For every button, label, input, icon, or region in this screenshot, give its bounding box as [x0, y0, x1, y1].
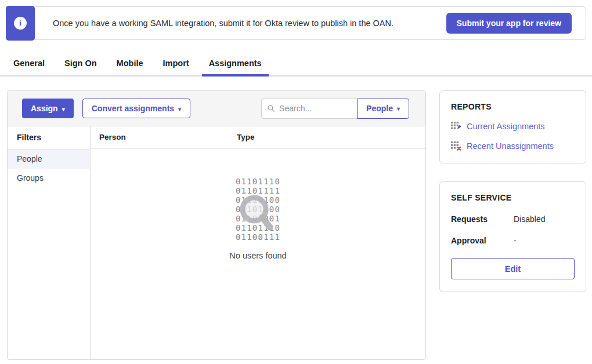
binary-art-line: 01110100 — [91, 195, 425, 205]
reports-title: REPORTS — [451, 102, 575, 111]
empty-state-message: No users found — [91, 251, 425, 260]
binary-art-line: 01101000 — [91, 205, 425, 214]
tab-import[interactable]: Import — [153, 53, 199, 75]
binary-art-line: 01101110 — [91, 177, 425, 186]
column-header-person: Person — [91, 133, 237, 141]
current-assignments-label: Current Assignments — [467, 122, 545, 131]
search-box — [261, 99, 358, 119]
reports-panel: REPORTS Current Assignments — [439, 90, 586, 163]
binary-art-line: 01101001 — [91, 214, 425, 223]
search-input[interactable] — [279, 104, 351, 113]
edit-self-service-button[interactable]: Edit — [451, 258, 575, 279]
filters-title: Filters — [8, 126, 90, 150]
info-banner: i Once you have a working SAML integrati… — [6, 6, 586, 41]
tab-mobile[interactable]: Mobile — [107, 53, 153, 75]
filter-item-groups[interactable]: Groups — [8, 169, 90, 188]
column-header-type: Type — [237, 133, 255, 141]
search-scope-dropdown[interactable]: People▾ — [357, 99, 409, 119]
content-area: Assign▾ Convert assignments▾ People▾ — [7, 90, 586, 360]
self-service-title: SELF SERVICE — [451, 193, 575, 202]
info-icon: i — [14, 17, 27, 30]
assign-button-label: Assign — [31, 104, 58, 113]
tab-sign-on[interactable]: Sign On — [55, 53, 107, 75]
scope-label: People — [366, 104, 393, 113]
requests-value: Disabled — [514, 214, 545, 224]
approval-value: - — [514, 236, 517, 245]
filter-item-people[interactable]: People — [8, 150, 90, 169]
binary-art-line: 01101110 — [91, 223, 425, 232]
submit-app-review-button[interactable]: Submit your app for review — [446, 13, 572, 34]
self-service-panel: SELF SERVICE Requests Disabled Approval … — [439, 181, 586, 292]
filters-sidebar: Filters People Groups — [8, 126, 91, 359]
assign-button[interactable]: Assign▾ — [22, 99, 74, 118]
binary-art-line: 01100111 — [91, 232, 425, 242]
self-service-row: Approval - — [451, 236, 575, 245]
assignments-table: Person Type 01101110 01101111 01110100 0… — [91, 126, 425, 359]
banner-box: Once you have a working SAML integration… — [31, 6, 586, 40]
empty-state: 01101110 01101111 01110100 01101000 0110… — [91, 149, 425, 260]
table-header-row: Person Type — [91, 126, 425, 149]
search-icon — [268, 104, 275, 112]
app-tabs: General Sign On Mobile Import Assignment… — [0, 53, 592, 77]
current-assignments-link[interactable]: Current Assignments — [451, 121, 575, 131]
recent-unassignments-link[interactable]: Recent Unassignments — [451, 141, 575, 151]
assignments-toolbar: Assign▾ Convert assignments▾ People▾ — [8, 91, 425, 126]
banner-message: Once you have a working SAML integration… — [53, 19, 446, 28]
self-service-row: Requests Disabled — [451, 214, 575, 224]
approval-label: Approval — [451, 236, 514, 245]
table-edit-icon — [451, 121, 461, 131]
chevron-down-icon: ▾ — [397, 105, 400, 112]
assignments-body: Filters People Groups Person Type 011011… — [8, 126, 425, 359]
convert-button-label: Convert assignments — [92, 104, 174, 113]
assignments-panel: Assign▾ Convert assignments▾ People▾ — [7, 90, 426, 360]
binary-art-line: 01101111 — [91, 186, 425, 195]
recent-unassignments-label: Recent Unassignments — [467, 141, 554, 151]
side-column: REPORTS Current Assignments — [439, 90, 586, 292]
convert-assignments-button[interactable]: Convert assignments▾ — [82, 99, 190, 118]
table-remove-icon — [451, 141, 461, 151]
info-icon-block: i — [6, 6, 35, 41]
tab-general[interactable]: General — [3, 53, 55, 75]
chevron-down-icon: ▾ — [62, 106, 65, 112]
tab-assignments[interactable]: Assignments — [199, 53, 272, 75]
requests-label: Requests — [451, 214, 514, 224]
search-group: People▾ — [261, 99, 409, 119]
chevron-down-icon: ▾ — [178, 106, 181, 112]
